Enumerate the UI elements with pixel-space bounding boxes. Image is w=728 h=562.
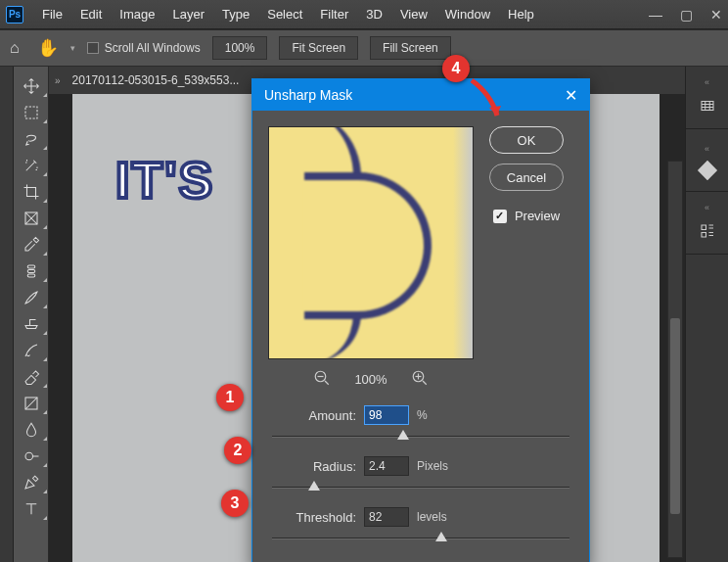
marquee-tool[interactable]	[14, 99, 49, 125]
threshold-unit: levels	[417, 510, 447, 524]
magic-wand-tool[interactable]	[14, 152, 49, 178]
vertical-scrollbar[interactable]	[667, 161, 683, 558]
scroll-all-checkbox[interactable]: Scroll All Windows	[87, 41, 201, 55]
svg-point-14	[25, 452, 33, 460]
menu-edit[interactable]: Edit	[71, 7, 111, 22]
menu-type[interactable]: Type	[213, 7, 258, 22]
menu-select[interactable]: Select	[258, 7, 311, 22]
healing-brush-tool[interactable]	[14, 258, 49, 284]
panel-expand-icon[interactable]: «	[705, 144, 709, 156]
window-minimize-icon[interactable]: —	[649, 7, 662, 23]
options-bar: ⌂ ✋ ▾ Scroll All Windows 100% Fit Screen…	[0, 29, 728, 67]
menu-image[interactable]: Image	[111, 7, 163, 22]
annotation-2: 2	[224, 437, 251, 464]
home-icon[interactable]: ⌂	[10, 39, 20, 57]
annotation-arrow-icon	[462, 76, 505, 125]
brush-tool[interactable]	[14, 284, 49, 310]
panel-expand-icon[interactable]: «	[705, 203, 709, 214]
annotation-1: 1	[216, 384, 244, 411]
scroll-all-label: Scroll All Windows	[105, 41, 201, 55]
radius-row: Radius: Pixels	[268, 456, 573, 493]
panel-expand-icon[interactable]: «	[705, 77, 709, 89]
dialog-titlebar[interactable]: Unsharp Mask ✕	[252, 79, 589, 111]
fill-screen-button[interactable]: Fill Screen	[370, 36, 451, 60]
radius-unit: Pixels	[417, 459, 448, 473]
amount-unit: %	[417, 408, 428, 422]
eyedropper-tool[interactable]	[14, 231, 49, 258]
menu-window[interactable]: Window	[436, 7, 499, 22]
amount-input[interactable]	[364, 405, 409, 425]
dodge-tool[interactable]	[14, 443, 49, 469]
fit-screen-button[interactable]: Fit Screen	[279, 36, 358, 60]
menu-layer[interactable]: Layer	[164, 7, 214, 22]
dialog-title: Unsharp Mask	[264, 87, 352, 103]
tool-panel	[14, 67, 49, 562]
history-icon[interactable]	[699, 222, 716, 244]
preview-image[interactable]	[268, 126, 474, 359]
gradient-tool[interactable]	[14, 390, 49, 416]
radius-input[interactable]	[364, 456, 409, 476]
dialog-close-icon[interactable]: ✕	[565, 86, 577, 105]
document-tab[interactable]: 20170112-053015-6_539x553...	[65, 73, 248, 87]
annotation-3: 3	[221, 490, 249, 517]
svg-rect-11	[27, 274, 35, 277]
ok-button[interactable]: OK	[489, 126, 564, 154]
svg-rect-5	[25, 107, 37, 118]
zoom-in-icon[interactable]	[411, 369, 429, 390]
preview-zoom-level: 100%	[354, 372, 387, 387]
menu-3d[interactable]: 3D	[357, 7, 391, 22]
menu-filter[interactable]: Filter	[311, 7, 357, 22]
blur-tool[interactable]	[14, 416, 49, 443]
histogram-icon[interactable]	[699, 97, 716, 118]
threshold-row: Threshold: levels	[268, 507, 573, 544]
window-close-icon[interactable]: ✕	[710, 7, 722, 23]
svg-rect-15	[702, 101, 713, 110]
layers-icon[interactable]	[698, 161, 717, 180]
window-maximize-icon[interactable]: ▢	[680, 7, 693, 23]
threshold-label: Threshold:	[292, 510, 356, 525]
hand-tool-icon[interactable]: ✋	[37, 37, 59, 59]
history-brush-tool[interactable]	[14, 337, 49, 363]
annotation-4: 4	[442, 55, 470, 82]
svg-line-13	[25, 398, 37, 409]
clone-stamp-tool[interactable]	[14, 310, 49, 337]
menu-file[interactable]: File	[33, 7, 71, 22]
lasso-tool[interactable]	[14, 125, 49, 152]
threshold-slider[interactable]	[272, 533, 569, 544]
checkbox-icon	[87, 42, 99, 54]
frame-tool[interactable]	[14, 205, 49, 231]
right-panel: « « «	[685, 67, 728, 562]
left-gutter	[0, 67, 14, 562]
radius-label: Radius:	[292, 459, 356, 474]
app-logo: Ps	[6, 6, 23, 23]
zoom-out-icon[interactable]	[313, 369, 331, 390]
menu-view[interactable]: View	[391, 7, 436, 22]
unsharp-mask-dialog: Unsharp Mask ✕ 100% OK Cancel ✓ Preview	[251, 78, 590, 562]
eraser-tool[interactable]	[14, 363, 49, 390]
svg-rect-10	[27, 269, 35, 272]
cancel-button[interactable]: Cancel	[489, 164, 564, 191]
amount-label: Amount:	[292, 408, 356, 423]
preview-checkbox[interactable]: ✓ Preview	[493, 209, 560, 223]
move-tool[interactable]	[14, 72, 49, 99]
scrollbar-thumb[interactable]	[670, 318, 680, 514]
radius-slider[interactable]	[272, 482, 569, 493]
preview-checkbox-label: Preview	[515, 209, 560, 223]
type-tool[interactable]	[14, 495, 49, 522]
threshold-input[interactable]	[364, 507, 409, 527]
amount-row: Amount: %	[268, 405, 573, 443]
pen-tool[interactable]	[14, 469, 49, 495]
svg-rect-9	[27, 265, 35, 268]
amount-slider[interactable]	[272, 431, 569, 443]
checkbox-checked-icon: ✓	[493, 210, 507, 223]
svg-line-24	[423, 381, 427, 385]
zoom-level-field[interactable]: 100%	[212, 36, 268, 60]
svg-line-21	[325, 381, 329, 385]
canvas-text: IT'S	[115, 151, 214, 210]
menu-help[interactable]: Help	[499, 7, 543, 22]
expand-icon[interactable]: »	[55, 75, 61, 86]
main-menu-bar: Ps File Edit Image Layer Type Select Fil…	[0, 0, 728, 29]
crop-tool[interactable]	[14, 178, 49, 205]
tool-preset-chevron-icon[interactable]: ▾	[70, 43, 75, 53]
